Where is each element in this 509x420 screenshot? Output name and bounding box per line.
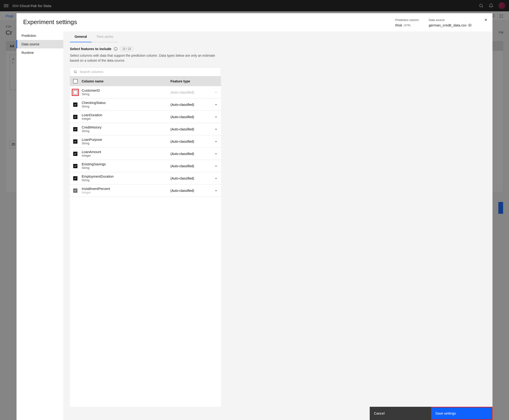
data-source-meta: Data source german_credit_data.csv [429,18,472,27]
table-row: LoanPurposeString(Auto-classified) [70,135,221,148]
column-name: LoanDuration [82,113,170,117]
modal-title: Experiment settings [23,18,77,26]
svg-point-15 [74,71,76,73]
feature-type-dropdown: (Auto-classified) [170,90,218,94]
table-rows: CustomerIDString(Auto-classified)Checkin… [70,86,221,407]
table-row: EmploymentDurationString(Auto-classified… [70,172,221,185]
row-checkbox[interactable] [73,139,77,144]
prediction-column-meta: Prediction column Risk(STR) [395,18,419,27]
table-row: LoanDurationInteger(Auto-classified) [70,111,221,123]
row-checkbox[interactable] [73,103,77,107]
chevron-down-icon [214,140,218,143]
column-name: CheckingStatus [82,101,170,105]
table-row: CheckingStatusString(Auto-classified) [70,98,221,111]
svg-line-16 [76,73,77,73]
column-dtype: String [82,105,170,108]
table-header: Column name Feature type [70,76,221,86]
feature-type-dropdown[interactable]: (Auto-classified) [170,103,218,106]
feature-type-dropdown[interactable]: (Auto-classified) [170,115,218,119]
row-checkbox[interactable] [73,164,77,168]
column-name: EmploymentDuration [82,175,170,178]
feature-type-dropdown[interactable]: (Auto-classified) [170,140,218,143]
column-header-name: Column name [82,79,170,83]
chevron-down-icon [214,103,218,106]
table-row: ExistingSavingsString(Auto-classified) [70,160,221,172]
column-dtype: Integer [82,191,170,194]
modal-footer: Cancel Save settings [370,407,493,420]
column-dtype: String [82,93,170,96]
feature-type-dropdown[interactable]: (Auto-classified) [170,189,218,193]
sidebar-item-data-source[interactable]: Data source [16,40,63,48]
column-dtype: Integer [82,117,170,120]
modal-content: General Time series Select features to i… [63,31,493,420]
column-name: LoanAmount [82,150,170,154]
chevron-down-icon [214,115,218,119]
row-checkbox[interactable] [73,152,77,156]
select-all-checkbox[interactable] [73,79,77,83]
chevron-down-icon [214,165,218,168]
table-row: LoanAmountInteger(Auto-classified) [70,148,221,160]
row-checkbox[interactable] [73,188,77,193]
column-dtype: String [82,142,170,145]
column-name: CreditHistory [82,125,170,129]
chevron-down-icon [214,128,218,131]
row-checkbox[interactable] [73,115,77,119]
chevron-down-icon [214,152,218,155]
close-icon[interactable] [484,17,488,22]
feature-type-dropdown[interactable]: (Auto-classified) [170,127,218,131]
sidebar-item-prediction[interactable]: Prediction [16,31,63,40]
tab-general[interactable]: General [70,31,92,42]
column-dtype: String [82,166,170,170]
column-dtype: Integer [82,154,170,157]
column-header-type: Feature type [170,79,218,83]
tab-time-series: Time series [92,31,118,42]
feature-type-dropdown[interactable]: (Auto-classified) [170,152,218,156]
modal-header: Experiment settings Prediction column Ri… [16,13,493,31]
search-box[interactable] [70,67,221,76]
column-dtype: String [82,129,170,133]
preview-icon[interactable] [468,23,472,27]
column-name: ExistingSavings [82,162,170,166]
feature-type-dropdown[interactable]: (Auto-classified) [170,176,218,180]
column-name: LoanPurpose [82,138,170,142]
chevron-down-icon [214,91,218,94]
experiment-settings-modal: Experiment settings Prediction column Ri… [16,13,493,420]
chevron-down-icon [214,177,218,180]
tabs: General Time series [63,31,493,42]
table-row: InstallmentPercentInteger(Auto-classifie… [70,185,221,197]
table-row: CustomerIDString(Auto-classified) [70,86,221,98]
section-description: Select columns with data that support th… [70,53,221,63]
search-icon [74,70,77,74]
feature-type-dropdown[interactable]: (Auto-classified) [170,164,218,168]
table-row: CreditHistoryString(Auto-classified) [70,123,221,135]
column-dtype: String [82,179,170,182]
search-input[interactable] [80,70,217,74]
row-checkbox[interactable] [73,176,77,180]
modal-overlay: Experiment settings Prediction column Ri… [0,0,509,420]
feature-table: Column name Feature type CustomerIDStrin… [70,76,221,407]
feature-count-pill: 21 / 22 [120,46,134,51]
modal-sidebar: Prediction Data source Runtime [16,31,63,420]
column-name: CustomerID [82,89,170,92]
chevron-down-icon [214,189,218,192]
info-icon[interactable] [114,47,118,51]
svg-point-9 [469,25,470,26]
row-checkbox[interactable] [73,127,77,131]
cancel-button[interactable]: Cancel [370,407,431,420]
column-name: InstallmentPercent [82,187,170,191]
row-checkbox[interactable] [73,90,77,95]
save-button[interactable]: Save settings [431,407,493,420]
section-title: Select features to include [70,47,111,51]
sidebar-item-runtime[interactable]: Runtime [16,48,63,57]
